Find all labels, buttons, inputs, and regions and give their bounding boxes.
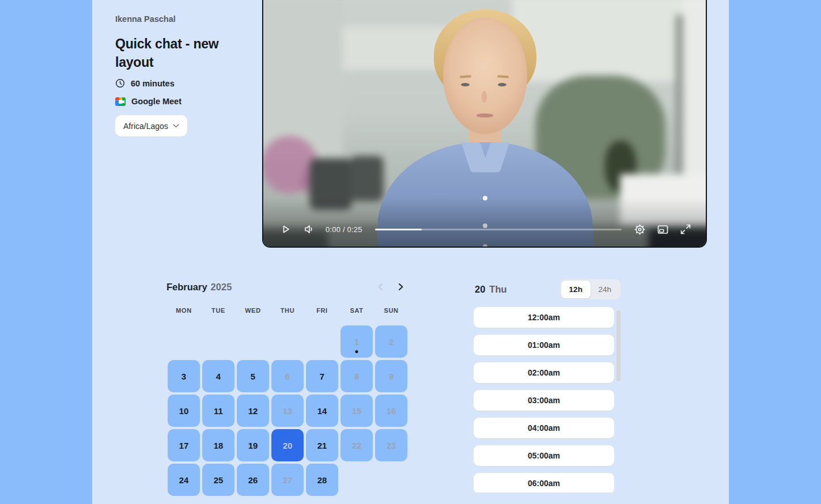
weekday-label: SUN (375, 305, 407, 316)
location-label: Google Meet (131, 97, 181, 106)
calendar-day-10[interactable]: 10 (168, 395, 200, 427)
duration-label: 60 minutes (131, 79, 175, 88)
day-number: 7 (320, 372, 324, 381)
calendar-day-3[interactable]: 3 (168, 360, 200, 392)
day-number: 25 (214, 475, 224, 485)
time-slot-button[interactable]: 02:00am (474, 362, 614, 383)
video-player: 0:00 / 0:25 (262, 0, 707, 248)
day-number: 20 (283, 441, 293, 450)
calendar-day-26[interactable]: 26 (237, 464, 269, 496)
calendar-day-11[interactable]: 11 (202, 395, 234, 427)
calendar-day-20[interactable]: 20 (271, 429, 304, 461)
calendar-day-15: 15 (340, 395, 373, 427)
chevron-down-icon (173, 124, 179, 128)
day-number: 8 (354, 372, 359, 381)
slot-scrollbar-thumb[interactable] (616, 310, 621, 381)
selected-day-number: 20 (475, 284, 485, 295)
day-number: 27 (283, 475, 293, 485)
time-slot-button[interactable]: 03:00am (474, 390, 614, 411)
video-progress-bar[interactable] (375, 229, 622, 230)
day-number: 10 (179, 406, 189, 416)
calendar-day-14[interactable]: 14 (306, 395, 338, 427)
previous-month-button (374, 280, 388, 294)
calendar-day-25[interactable]: 25 (202, 464, 234, 496)
day-number: 28 (317, 475, 327, 485)
day-number: 12 (248, 406, 258, 416)
calendar-day-grid: 1234567891011121314151617181920212223242… (168, 325, 407, 496)
fullscreen-icon[interactable] (678, 222, 693, 237)
calendar-year-label: 2025 (211, 282, 232, 293)
timezone-value: Africa/Lagos (123, 122, 168, 131)
day-number: 23 (387, 441, 396, 450)
weekday-label: SAT (340, 305, 373, 316)
format-24h-button[interactable]: 24h (591, 281, 620, 298)
calendar-day-27: 27 (271, 464, 304, 496)
time-slot-button[interactable]: 04:00am (474, 418, 614, 438)
settings-gear-icon[interactable] (632, 222, 647, 237)
calendar-day-21[interactable]: 21 (306, 429, 338, 461)
day-number: 5 (251, 372, 255, 381)
play-button[interactable] (278, 222, 293, 237)
time-slot-list: 12:00am01:00am02:00am03:00am04:00am05:00… (474, 307, 614, 492)
calendar-day-28[interactable]: 28 (306, 464, 338, 496)
day-number: 15 (352, 406, 362, 416)
selected-day-name: Thu (489, 284, 506, 295)
weekday-label: THU (271, 305, 304, 316)
time-slot-button[interactable]: 12:00am (474, 307, 614, 328)
day-number: 4 (216, 372, 221, 381)
calendar-day-17[interactable]: 17 (168, 429, 200, 461)
day-number: 17 (179, 441, 189, 450)
time-slot-button[interactable]: 06:00am (474, 473, 614, 492)
picture-in-picture-icon[interactable] (655, 222, 670, 237)
calendar-day-6: 6 (271, 360, 304, 392)
time-format-toggle: 12h 24h (560, 279, 621, 300)
day-number: 19 (248, 441, 258, 450)
video-controls: 0:00 / 0:25 (263, 212, 706, 247)
calendar-day-5[interactable]: 5 (237, 360, 269, 392)
day-number: 1 (354, 337, 359, 347)
calendar-day-7[interactable]: 7 (306, 360, 338, 392)
volume-button[interactable] (301, 222, 316, 237)
calendar-day-13: 13 (271, 395, 304, 427)
day-number: 18 (214, 441, 224, 450)
calendar-day-1: 1 (340, 325, 373, 358)
day-number: 22 (352, 441, 362, 450)
booking-page: Ikenna Paschal Quick chat - new layout 6… (0, 0, 821, 504)
calendar-day-19[interactable]: 19 (237, 429, 269, 461)
calendar-month-label: February (167, 282, 207, 293)
next-month-button[interactable] (394, 280, 407, 294)
time-slot-button[interactable]: 05:00am (474, 445, 614, 466)
calendar-day-18[interactable]: 18 (202, 429, 234, 461)
day-number: 16 (387, 406, 396, 416)
format-12h-button[interactable]: 12h (561, 281, 591, 298)
event-duration: 60 minutes (115, 78, 175, 88)
calendar-day-23: 23 (375, 429, 407, 461)
weekday-label: WED (237, 305, 269, 316)
host-name: Ikenna Paschal (115, 14, 176, 24)
day-number: 3 (181, 372, 186, 381)
calendar-day-12[interactable]: 12 (237, 395, 269, 427)
video-time-display: 0:00 / 0:25 (326, 225, 362, 234)
day-number: 9 (389, 372, 394, 381)
today-dot (355, 350, 358, 353)
weekday-label: MON (168, 305, 200, 316)
day-number: 24 (179, 475, 189, 485)
day-number: 6 (285, 372, 290, 381)
calendar-day-4[interactable]: 4 (202, 360, 234, 392)
event-location: Google Meet (115, 97, 181, 106)
time-slot-button[interactable]: 01:00am (474, 335, 614, 355)
weekday-label: TUE (202, 305, 234, 316)
day-number: 26 (248, 475, 258, 485)
video-progress-played (375, 229, 422, 230)
day-number: 2 (389, 337, 394, 347)
calendar-day-8: 8 (340, 360, 373, 392)
day-number: 21 (317, 441, 327, 450)
calendar-day-24[interactable]: 24 (168, 464, 200, 496)
selected-date-header: 20 Thu (475, 284, 507, 295)
calendar-day-2: 2 (375, 325, 407, 358)
calendar-header: February 2025 (167, 280, 407, 294)
weekday-label: FRI (306, 305, 338, 316)
day-number: 14 (317, 406, 327, 416)
timezone-selector[interactable]: Africa/Lagos (115, 115, 187, 137)
calendar-day-22: 22 (340, 429, 373, 461)
